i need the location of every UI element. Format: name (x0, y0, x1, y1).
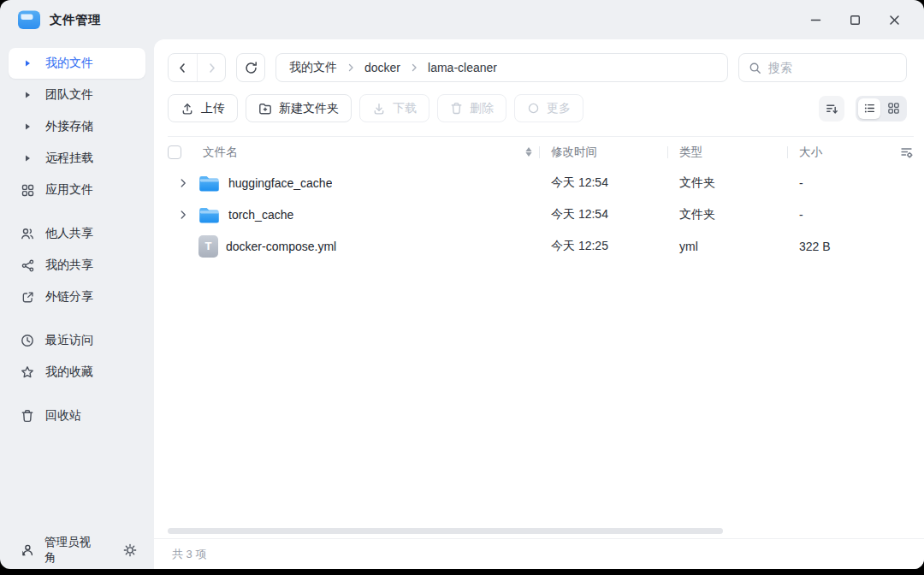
sidebar-item-remote-mount[interactable]: 远程挂载 (9, 143, 145, 174)
refresh-icon[interactable] (236, 53, 265, 82)
people-icon (21, 227, 34, 240)
file-size: - (787, 176, 880, 190)
file-name[interactable]: torch_cache (228, 208, 293, 222)
new-folder-button[interactable]: 新建文件夹 (246, 94, 352, 122)
download-button[interactable]: 下载 (359, 94, 429, 122)
chevron-right-icon (410, 63, 418, 72)
file-type: 文件夹 (667, 175, 787, 191)
expand-triangle-icon[interactable] (21, 56, 34, 70)
sidebar-item-label: 他人共享 (45, 226, 93, 241)
table-row[interactable]: T docker-compose.yml 今天 12:25 yml 322 B (168, 230, 914, 262)
folder-icon (198, 174, 221, 193)
new-folder-label: 新建文件夹 (279, 101, 339, 116)
upload-button[interactable]: 上传 (168, 94, 238, 122)
upload-icon (181, 102, 194, 116)
minimize-icon[interactable] (803, 7, 828, 33)
more-circle-icon (527, 102, 540, 115)
sidebar-footer: 管理员视角 (0, 535, 154, 569)
status-bar: 共 3 项 (154, 538, 924, 569)
share-nodes-icon (21, 258, 34, 272)
sidebar-item-recycle-bin[interactable]: 回收站 (9, 400, 145, 431)
column-header-size[interactable]: 大小 (787, 137, 880, 167)
file-size: 322 B (787, 240, 880, 253)
breadcrumb: 我的文件 docker lama-cleaner (275, 53, 728, 82)
column-header-type[interactable]: 类型 (667, 137, 787, 167)
more-button[interactable]: 更多 (514, 94, 583, 122)
breadcrumb-item[interactable]: 我的文件 (289, 60, 337, 75)
table-row[interactable]: huggingface_cache 今天 12:54 文件夹 - (168, 167, 914, 199)
sidebar-item-label: 应用文件 (45, 182, 93, 198)
sidebar-item-favorites[interactable]: 我的收藏 (9, 357, 145, 388)
sidebar-item-label: 外接存储 (45, 119, 93, 134)
expand-triangle-icon[interactable] (21, 88, 34, 102)
sidebar-item-shared-by-others[interactable]: 他人共享 (9, 218, 145, 249)
table-row[interactable]: torch_cache 今天 12:54 文件夹 - (168, 199, 914, 230)
admin-user-icon (21, 543, 34, 557)
row-expand-icon[interactable] (168, 209, 198, 221)
sidebar-item-external-link-share[interactable]: 外链分享 (9, 282, 145, 312)
sidebar-item-external-storage[interactable]: 外接存储 (9, 111, 145, 142)
expand-triangle-icon[interactable] (21, 151, 34, 165)
search-input[interactable] (768, 61, 897, 74)
sidebar-item-label: 我的收藏 (45, 365, 93, 380)
file-modified: 今天 12:54 (539, 175, 667, 191)
file-manager-window: 文件管理 我的文件 团队文件 外接存储 (0, 0, 924, 569)
forward-icon[interactable] (197, 54, 225, 81)
maximize-icon[interactable] (842, 7, 868, 33)
select-all-checkbox[interactable] (168, 145, 181, 159)
delete-trash-icon (450, 102, 463, 115)
sidebar-item-recent[interactable]: 最近访问 (9, 325, 145, 356)
column-header-modified[interactable]: 修改时间 (539, 137, 667, 167)
star-icon (21, 365, 34, 379)
file-list: huggingface_cache 今天 12:54 文件夹 - (154, 167, 924, 525)
upload-label: 上传 (201, 101, 225, 116)
scrollbar-thumb[interactable] (168, 528, 723, 534)
sidebar-item-label: 回收站 (45, 408, 81, 424)
download-label: 下载 (393, 101, 417, 116)
delete-label: 删除 (470, 101, 494, 116)
content-panel: 我的文件 docker lama-cleaner 上传 (154, 39, 924, 569)
list-view-icon[interactable] (858, 98, 880, 119)
app-folder-icon (17, 9, 41, 30)
sidebar-item-my-shares[interactable]: 我的共享 (9, 250, 145, 281)
new-folder-icon (258, 102, 272, 116)
file-size: - (787, 208, 880, 222)
row-expand-icon[interactable] (168, 177, 198, 189)
column-header-name[interactable]: 文件名 (203, 145, 238, 160)
file-type: yml (667, 240, 787, 253)
admin-view-label[interactable]: 管理员视角 (44, 535, 101, 566)
more-label: 更多 (547, 101, 571, 116)
sidebar-item-app-files[interactable]: 应用文件 (9, 175, 145, 205)
sidebar-item-team-files[interactable]: 团队文件 (9, 80, 145, 110)
expand-triangle-icon[interactable] (21, 120, 34, 133)
yml-file-icon: T (198, 235, 218, 258)
grid-view-icon[interactable] (882, 98, 904, 119)
delete-button[interactable]: 删除 (437, 94, 506, 122)
sidebar-item-label: 我的文件 (45, 56, 93, 71)
sidebar: 我的文件 团队文件 外接存储 远程挂载 应用文件 他人共享 (0, 39, 154, 569)
clock-icon (21, 334, 34, 347)
sort-order-icon[interactable] (819, 96, 844, 122)
navigation-toolbar: 我的文件 docker lama-cleaner (168, 53, 907, 82)
item-count: 共 3 项 (172, 547, 206, 562)
file-name[interactable]: docker-compose.yml (226, 240, 336, 253)
titlebar: 文件管理 (0, 0, 924, 39)
close-icon[interactable] (881, 7, 907, 33)
file-modified: 今天 12:54 (539, 207, 667, 222)
breadcrumb-item[interactable]: lama-cleaner (428, 61, 497, 74)
search-box (738, 53, 907, 82)
file-name[interactable]: huggingface_cache (228, 176, 332, 190)
file-modified: 今天 12:25 (539, 239, 667, 254)
column-settings-icon[interactable] (880, 137, 914, 167)
back-icon[interactable] (169, 54, 197, 81)
sidebar-item-label: 团队文件 (45, 87, 93, 103)
file-icon-letter: T (205, 240, 212, 252)
breadcrumb-item[interactable]: docker (364, 61, 400, 74)
sidebar-item-label: 最近访问 (45, 333, 93, 348)
download-icon (372, 102, 386, 116)
settings-gear-icon[interactable] (121, 542, 139, 559)
trash-icon (21, 409, 34, 423)
sidebar-item-label: 远程挂载 (45, 151, 93, 166)
sidebar-item-my-files[interactable]: 我的文件 (9, 48, 145, 79)
sort-carets-icon[interactable] (525, 147, 532, 157)
